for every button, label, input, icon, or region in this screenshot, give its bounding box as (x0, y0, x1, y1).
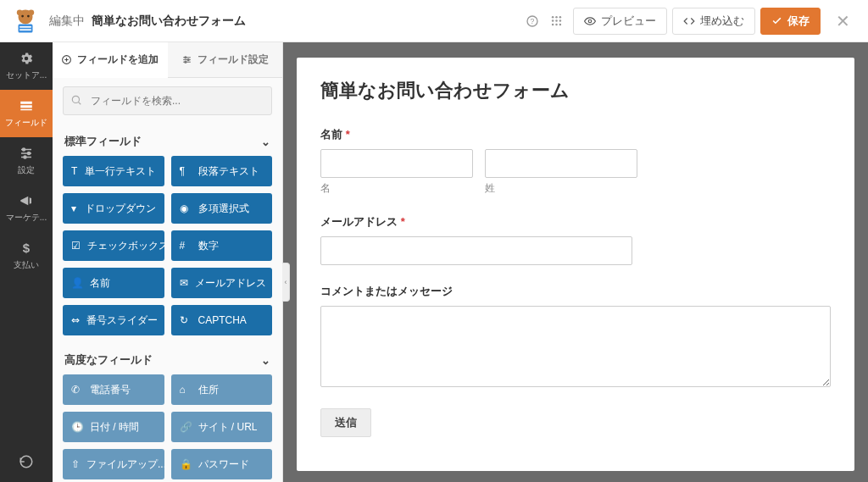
last-sublabel: 姓 (485, 181, 637, 196)
editing-label: 編集中 (49, 14, 85, 29)
field-chip-label: サイト / URL (198, 420, 258, 435)
form-canvas: 簡単なお問い合わせフォーム 名前 * 名 姓 メールアドレス * コメントまたは… (283, 42, 868, 482)
search-icon (70, 94, 82, 108)
svg-rect-7 (19, 29, 31, 30)
svg-point-28 (24, 156, 26, 158)
nav-settings[interactable]: 設定 (0, 137, 53, 185)
field-icon: T (71, 165, 78, 177)
section-standard[interactable]: 標準フィールド⌄ (63, 127, 272, 156)
save-button[interactable]: 保存 (760, 8, 821, 35)
svg-text:?: ? (531, 17, 535, 25)
help-icon[interactable]: ? (520, 9, 544, 33)
field-icon: ⇔ (71, 314, 80, 326)
svg-point-11 (555, 16, 558, 19)
svg-rect-22 (20, 109, 32, 111)
nav-marketing[interactable]: マーケテ... (0, 185, 53, 232)
field-icon: ↻ (180, 314, 192, 326)
field-chip-advanced[interactable]: ⇧ファイルアップ... (63, 449, 164, 479)
svg-point-12 (559, 16, 561, 19)
embed-button[interactable]: 埋め込む (672, 8, 755, 35)
field-chip-label: 単一行テキスト (85, 164, 156, 179)
field-chip-advanced[interactable]: 🔗サイト / URL (171, 412, 273, 442)
first-name-input[interactable] (320, 149, 473, 178)
field-icon: ✉ (180, 277, 188, 289)
field-icon: 🔗 (180, 421, 192, 433)
svg-point-16 (551, 24, 554, 26)
svg-line-40 (78, 102, 81, 104)
form-title[interactable]: 簡単なお問い合わせフォーム (320, 78, 831, 103)
field-chip-label: メールアドレス (195, 276, 266, 291)
app-logo (10, 6, 41, 36)
field-chip-label: チェックボックス (87, 239, 164, 253)
svg-point-13 (551, 19, 554, 22)
field-chip-standard[interactable]: ◉多項選択式 (171, 193, 273, 224)
field-chip-label: 日付 / 時間 (90, 420, 139, 435)
name-label: 名前 * (320, 127, 831, 142)
field-chip-standard[interactable]: ✉メールアドレス (171, 268, 273, 298)
field-chip-standard[interactable]: ↻CAPTCHA (171, 305, 273, 335)
field-chip-advanced[interactable]: 🔒パスワード (171, 449, 273, 479)
submit-button[interactable]: 送信 (320, 408, 371, 437)
svg-point-15 (559, 19, 561, 22)
history-button[interactable] (0, 441, 53, 482)
field-chip-label: ファイルアップ... (86, 457, 164, 472)
field-comment[interactable]: コメントまたはメッセージ (320, 284, 831, 390)
svg-point-18 (559, 24, 561, 26)
field-chip-standard[interactable]: #数字 (171, 230, 273, 261)
field-chip-label: 名前 (90, 276, 110, 291)
field-chip-standard[interactable]: T単一行テキスト (63, 156, 164, 186)
preview-button[interactable]: プレビュー (573, 8, 667, 35)
chevron-down-icon: ⌄ (261, 136, 270, 148)
field-chip-standard[interactable]: 👤名前 (63, 268, 164, 298)
field-chip-standard[interactable]: ⇔番号スライダー (63, 305, 164, 335)
comment-label: コメントまたはメッセージ (320, 284, 831, 299)
form-preview: 簡単なお問い合わせフォーム 名前 * 名 姓 メールアドレス * コメントまたは… (297, 58, 854, 471)
field-chip-standard[interactable]: ¶段落テキスト (171, 156, 273, 186)
panel-collapse-handle[interactable]: ‹ (282, 263, 290, 302)
nav-fields[interactable]: フィールド (0, 90, 53, 137)
email-input[interactable] (320, 236, 632, 265)
topbar: 編集中 簡単なお問い合わせフォーム ? プレビュー 埋め込む 保存 ✕ (0, 0, 868, 42)
section-advanced[interactable]: 高度なフィールド⌄ (63, 346, 272, 374)
svg-point-39 (72, 96, 79, 102)
field-icon: ¶ (180, 165, 192, 177)
field-email[interactable]: メールアドレス * (320, 214, 831, 265)
search-input[interactable] (63, 86, 272, 115)
svg-point-1 (17, 9, 23, 15)
chevron-down-icon: ⌄ (261, 354, 270, 367)
svg-point-10 (551, 16, 554, 19)
email-label: メールアドレス * (320, 214, 831, 230)
field-chip-advanced[interactable]: ⌂住所 (171, 374, 273, 405)
nav-payments[interactable]: $支払い (0, 232, 53, 280)
comment-textarea[interactable] (320, 306, 831, 387)
field-chip-label: 段落テキスト (198, 164, 259, 179)
tab-add-field[interactable]: フィールドを追加 (53, 42, 168, 78)
field-chip-standard[interactable]: ☑チェックボックス (63, 230, 164, 261)
field-chip-advanced[interactable]: ✆電話番号 (63, 374, 164, 405)
svg-point-27 (28, 152, 31, 155)
svg-point-26 (23, 148, 25, 151)
svg-rect-5 (19, 24, 33, 32)
tab-field-settings[interactable]: フィールド設定 (168, 42, 283, 77)
first-sublabel: 名 (320, 181, 473, 196)
field-icon: ⇧ (71, 458, 80, 470)
last-name-input[interactable] (485, 149, 637, 178)
field-chip-label: CAPTCHA (198, 314, 247, 326)
field-icon: ▾ (71, 202, 78, 214)
field-icon: ◉ (180, 202, 192, 214)
field-chip-label: 多項選択式 (198, 202, 249, 216)
field-icon: ✆ (71, 384, 83, 396)
apps-icon[interactable] (544, 9, 568, 33)
svg-point-36 (185, 57, 186, 58)
svg-point-38 (185, 61, 186, 63)
svg-point-4 (27, 14, 30, 17)
field-chip-advanced[interactable]: 🕒日付 / 時間 (63, 412, 164, 442)
close-button[interactable]: ✕ (827, 11, 858, 31)
field-icon: 👤 (71, 277, 83, 289)
form-name[interactable]: 簡単なお問い合わせフォーム (92, 14, 246, 29)
svg-point-37 (187, 58, 189, 60)
field-chip-label: 番号スライダー (86, 313, 158, 328)
field-name[interactable]: 名前 * 名 姓 (320, 127, 831, 196)
nav-setup[interactable]: セットア... (0, 42, 53, 90)
field-chip-standard[interactable]: ▾ドロップダウン (63, 193, 164, 224)
